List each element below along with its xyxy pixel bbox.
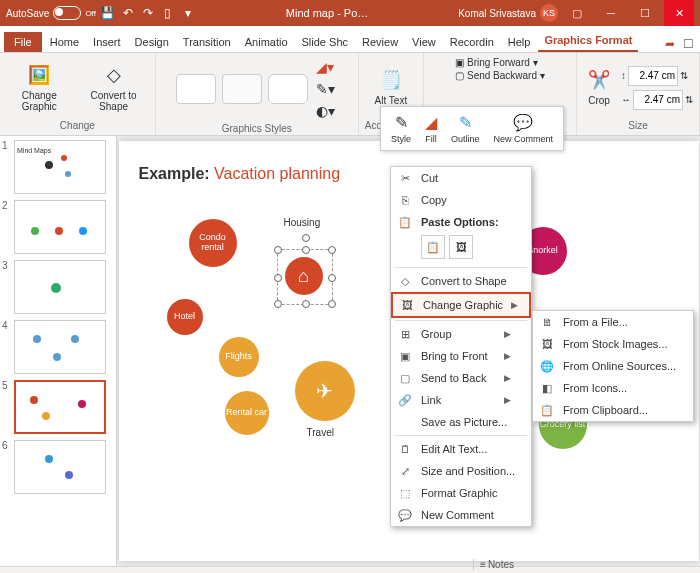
qat-dropdown-icon[interactable]: ▾	[180, 5, 196, 21]
redo-icon[interactable]: ↷	[140, 5, 156, 21]
cm-edit-alt-text[interactable]: 🗒Edit Alt Text...	[391, 438, 531, 460]
cm-copy[interactable]: ⎘Copy	[391, 189, 531, 211]
tab-file[interactable]: File	[4, 32, 42, 52]
bubble-travel-icon: ✈	[295, 361, 355, 421]
tab-slideshow[interactable]: Slide Shc	[296, 32, 354, 52]
bubble-hotel: Hotel	[167, 299, 203, 335]
cm-convert-to-shape[interactable]: ◇Convert to Shape	[391, 270, 531, 292]
context-menu: ✂Cut ⎘Copy 📋Paste Options: 📋 🖼 ◇Convert …	[390, 166, 532, 527]
convert-shape-icon: ◇	[102, 64, 126, 88]
cm-cut[interactable]: ✂Cut	[391, 167, 531, 189]
cm-link[interactable]: 🔗Link▶	[391, 389, 531, 411]
cm-size-and-position[interactable]: ⤢Size and Position...	[391, 460, 531, 482]
change-graphic-submenu: 🗎From a File... 🖼From Stock Images... 🌐F…	[532, 310, 694, 422]
group-styles-label: Graphics Styles	[222, 123, 292, 134]
mini-style-button[interactable]: ✎Style	[385, 111, 417, 146]
cm-paste-label: 📋Paste Options:	[391, 211, 531, 233]
tab-view[interactable]: View	[406, 32, 442, 52]
comments-icon[interactable]: ☐	[680, 36, 696, 52]
tab-recording[interactable]: Recordin	[444, 32, 500, 52]
tab-help[interactable]: Help	[502, 32, 537, 52]
share-icon[interactable]: ➦	[662, 36, 678, 52]
slide-thumbnail-panel: 1Mind Maps 2 3 4 5 6	[0, 136, 117, 566]
mini-outline-button[interactable]: ✎Outline	[445, 111, 486, 146]
cm-change-graphic[interactable]: 🖼Change Graphic▶	[391, 292, 531, 318]
bubble-flights: Flights	[219, 337, 259, 377]
group-change-label: Change	[60, 120, 95, 131]
convert-to-shape-button[interactable]: ◇ Convert to Shape	[78, 62, 148, 114]
alt-text-icon: 🗒️	[379, 69, 403, 93]
change-graphic-mini-icon: 🖼	[399, 299, 415, 311]
graphics-outline-icon[interactable]: ✎▾	[314, 79, 337, 99]
sm-from-file[interactable]: 🗎From a File...	[533, 311, 693, 333]
cm-new-comment[interactable]: 💬New Comment	[391, 504, 531, 526]
notes-button[interactable]: ≡ Notes	[473, 559, 520, 570]
crop-button[interactable]: ✂️ Crop	[583, 67, 615, 108]
change-graphic-button[interactable]: 🖼️ Change Graphic	[6, 62, 72, 114]
slideshow-icon[interactable]: ▯	[160, 5, 176, 21]
tab-design[interactable]: Design	[129, 32, 175, 52]
paste-option-1[interactable]: 📋	[421, 235, 445, 259]
alt-text-button[interactable]: 🗒️ Alt Text	[371, 67, 412, 108]
tab-review[interactable]: Review	[356, 32, 404, 52]
style-icon: ✎	[395, 113, 408, 132]
mini-new-comment-button[interactable]: 💬New Comment	[488, 111, 560, 146]
cut-icon: ✂	[397, 172, 413, 185]
tab-transitions[interactable]: Transition	[177, 32, 237, 52]
group-size-label: Size	[628, 120, 647, 131]
graphic-style-2[interactable]	[222, 74, 262, 104]
autosave-toggle[interactable]: AutoSave Off	[6, 6, 96, 20]
paste-icon: 📋	[397, 216, 413, 229]
thumbnail-6[interactable]: 6	[2, 440, 114, 494]
cm-save-as-picture[interactable]: Save as Picture...	[391, 411, 531, 433]
tab-animations[interactable]: Animatio	[239, 32, 294, 52]
thumbnail-4[interactable]: 4	[2, 320, 114, 374]
sm-from-online[interactable]: 🌐From Online Sources...	[533, 355, 693, 377]
bring-front-icon: ▣	[397, 350, 413, 363]
user-name: Komal Srivastava	[458, 8, 536, 19]
undo-icon[interactable]: ↶	[120, 5, 136, 21]
tab-home[interactable]: Home	[44, 32, 85, 52]
ribbon-options-icon[interactable]: ▢	[562, 0, 592, 26]
paste-option-2[interactable]: 🖼	[449, 235, 473, 259]
thumbnail-1[interactable]: 1Mind Maps	[2, 140, 114, 194]
crop-icon: ✂️	[587, 69, 611, 93]
document-title: Mind map - Po…	[286, 7, 369, 19]
online-icon: 🌐	[539, 360, 555, 373]
close-icon[interactable]: ✕	[664, 0, 694, 26]
toggle-off-icon	[53, 6, 81, 20]
maximize-icon[interactable]: ☐	[630, 0, 660, 26]
cm-group[interactable]: ⊞Group▶	[391, 323, 531, 345]
thumbnail-3[interactable]: 3	[2, 260, 114, 314]
copy-icon: ⎘	[397, 194, 413, 206]
graphics-effects-icon[interactable]: ◐▾	[314, 101, 337, 121]
link-icon: 🔗	[397, 394, 413, 407]
width-field[interactable]: ↔⇅	[621, 90, 693, 110]
bring-forward-button[interactable]: ▣ Bring Forward ▾	[455, 57, 537, 68]
tab-insert[interactable]: Insert	[87, 32, 127, 52]
thumbnail-2[interactable]: 2	[2, 200, 114, 254]
thumbnail-5[interactable]: 5	[2, 380, 114, 434]
graphic-style-3[interactable]	[268, 74, 308, 104]
tab-graphics-format[interactable]: Graphics Format	[538, 30, 638, 52]
alttext-icon: 🗒	[397, 443, 413, 455]
send-backward-button[interactable]: ▢ Send Backward ▾	[455, 70, 545, 81]
sm-from-clipboard[interactable]: 📋From Clipboard...	[533, 399, 693, 421]
minimize-icon[interactable]: ─	[596, 0, 626, 26]
sm-from-stock[interactable]: 🖼From Stock Images...	[533, 333, 693, 355]
user-avatar[interactable]: KS	[540, 4, 558, 22]
save-icon[interactable]: 💾	[100, 5, 116, 21]
outline-icon: ✎	[459, 113, 472, 132]
selection-handles[interactable]	[277, 249, 333, 305]
sm-from-icons[interactable]: ◧From Icons...	[533, 377, 693, 399]
height-field[interactable]: ↕⇅	[621, 66, 693, 86]
cm-format-graphic[interactable]: ⬚Format Graphic	[391, 482, 531, 504]
graphic-style-1[interactable]	[176, 74, 216, 104]
mini-fill-button[interactable]: ◢Fill	[419, 111, 443, 146]
cm-send-to-back[interactable]: ▢Send to Back▶	[391, 367, 531, 389]
clipboard-icon: 📋	[539, 404, 555, 417]
graphics-fill-icon[interactable]: ◢▾	[314, 57, 337, 77]
chevron-right-icon: ▶	[511, 300, 518, 310]
cm-bring-to-front[interactable]: ▣Bring to Front▶	[391, 345, 531, 367]
icons-icon: ◧	[539, 382, 555, 395]
